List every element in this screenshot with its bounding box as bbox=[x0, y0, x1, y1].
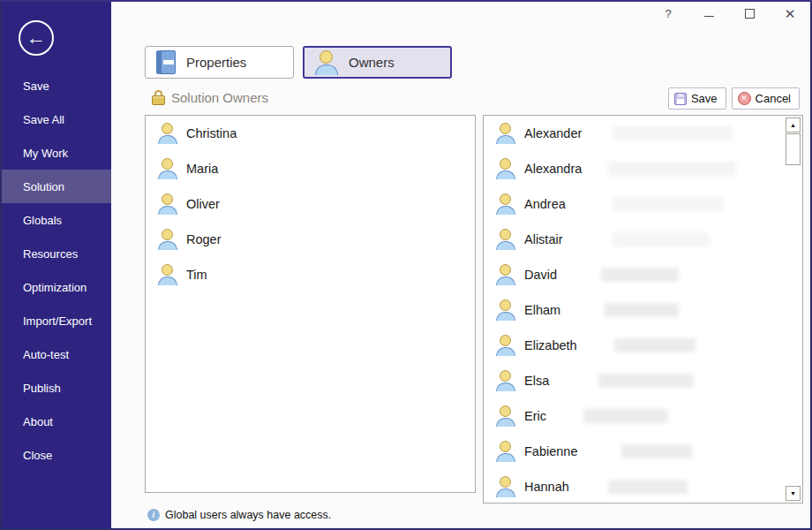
maximize-icon bbox=[745, 9, 755, 19]
user-name: Elizabeth bbox=[524, 338, 577, 352]
save-button[interactable]: Save bbox=[668, 87, 726, 110]
user-name: Fabienne bbox=[524, 444, 577, 458]
scroll-down-button[interactable]: ▼ bbox=[786, 486, 801, 501]
user-name: Elsa bbox=[524, 374, 549, 388]
sidebar-item[interactable]: Resources bbox=[2, 237, 111, 270]
user-name: Andrea bbox=[524, 197, 566, 211]
user-name: Eric bbox=[524, 409, 546, 423]
user-list-item[interactable]: Elizabeth bbox=[484, 328, 802, 363]
person-icon bbox=[158, 123, 177, 144]
redacted-surname bbox=[614, 338, 695, 352]
sidebar-item[interactable]: Save bbox=[2, 69, 111, 102]
close-button[interactable]: ✕ bbox=[770, 2, 810, 25]
person-icon bbox=[496, 335, 515, 356]
redacted-surname bbox=[608, 162, 736, 176]
sidebar-item[interactable]: Import/Export bbox=[2, 304, 111, 337]
owner-list-item[interactable]: Christina bbox=[146, 116, 475, 151]
sidebar-item[interactable]: Optimization bbox=[2, 270, 111, 304]
scroll-down-icon: ▼ bbox=[790, 490, 796, 496]
owner-list-item[interactable]: Maria bbox=[146, 151, 475, 186]
help-icon: ? bbox=[665, 7, 671, 20]
sidebar-item[interactable]: Auto-test bbox=[2, 337, 111, 371]
sidebar-menu: Save Save All My Work Solution Globals bbox=[2, 69, 111, 472]
titlebar: ? ✕ bbox=[111, 2, 810, 26]
main-content: Properties Owners Solution Owners Sav bbox=[111, 26, 810, 528]
sidebar-item[interactable]: Close bbox=[2, 438, 111, 472]
user-list-item[interactable]: Fabienne bbox=[484, 434, 802, 469]
save-button-label: Save bbox=[691, 92, 718, 105]
sidebar-item-label: Resources bbox=[23, 247, 78, 261]
minimize-icon bbox=[704, 16, 714, 17]
tab-properties[interactable]: Properties bbox=[145, 46, 294, 79]
user-name: Hannah bbox=[524, 480, 569, 494]
sidebar-item[interactable]: Publish bbox=[2, 371, 111, 405]
tab-owners[interactable]: Owners bbox=[303, 46, 452, 79]
person-icon bbox=[496, 123, 515, 144]
person-body bbox=[315, 64, 338, 75]
user-list-item[interactable]: Alexander bbox=[484, 116, 802, 151]
sidebar-item[interactable]: My Work bbox=[2, 136, 111, 170]
user-list-item[interactable]: Elsa bbox=[484, 363, 802, 398]
redacted-surname bbox=[583, 409, 668, 423]
sidebar-item-label: Close bbox=[23, 449, 52, 462]
view-tabs: Properties Owners bbox=[145, 46, 452, 79]
owner-list-item[interactable]: Tim bbox=[146, 257, 475, 292]
app-window: ? ✕ ← Save Save All bbox=[0, 0, 812, 530]
user-list-item[interactable]: Eric bbox=[484, 398, 802, 434]
person-icon bbox=[158, 193, 177, 215]
sidebar-item[interactable]: Save All bbox=[2, 102, 111, 136]
user-name: Alistair bbox=[524, 232, 563, 246]
sidebar-item-label: My Work bbox=[23, 147, 68, 160]
user-list-item[interactable]: Alistair bbox=[484, 222, 802, 257]
cancel-button-label: Cancel bbox=[756, 92, 791, 105]
scrollbar: ▲ ▼ bbox=[786, 117, 801, 501]
scroll-up-button[interactable]: ▲ bbox=[786, 117, 801, 132]
user-list-item[interactable]: David bbox=[484, 257, 802, 292]
user-list-item[interactable]: Elham bbox=[484, 292, 802, 328]
owner-name: Oliver bbox=[186, 197, 220, 211]
redacted-surname bbox=[598, 374, 694, 388]
person-icon bbox=[496, 229, 515, 250]
sidebar-item-label: Optimization bbox=[23, 281, 86, 294]
back-arrow-icon: ← bbox=[26, 28, 46, 48]
maximize-button[interactable] bbox=[729, 2, 770, 25]
person-icon bbox=[496, 476, 515, 497]
owner-list-item[interactable]: Oliver bbox=[146, 186, 475, 222]
person-icon bbox=[158, 264, 177, 285]
owner-list-item[interactable]: Roger bbox=[146, 222, 475, 257]
person-head bbox=[320, 50, 333, 64]
sidebar-item-label: Auto-test bbox=[23, 348, 69, 361]
sidebar-item[interactable]: Solution bbox=[2, 170, 111, 203]
sidebar-item[interactable]: About bbox=[2, 405, 111, 438]
owner-name: Maria bbox=[186, 162, 218, 176]
person-icon bbox=[496, 158, 515, 179]
sidebar-item-label: Solution bbox=[23, 180, 64, 193]
solution-owners-list: Christina Maria Oliver bbox=[145, 115, 476, 493]
redacted-surname bbox=[613, 197, 724, 211]
action-bar: Save ✕ Cancel bbox=[668, 87, 800, 110]
scroll-up-icon: ▲ bbox=[790, 122, 796, 128]
user-list-item[interactable]: Andrea bbox=[484, 186, 802, 222]
tab-owners-label: Owners bbox=[349, 55, 395, 70]
redacted-surname bbox=[608, 480, 688, 494]
sidebar-item[interactable]: Globals bbox=[2, 203, 111, 237]
user-name: Alexandra bbox=[524, 162, 582, 176]
back-button[interactable]: ← bbox=[19, 20, 54, 56]
lock-icon bbox=[152, 90, 165, 105]
user-list-item[interactable]: Alexandra bbox=[484, 151, 802, 186]
scrollbar-thumb[interactable] bbox=[786, 133, 801, 165]
person-icon bbox=[496, 299, 515, 321]
minimize-button[interactable] bbox=[688, 2, 729, 25]
cancel-x-icon: ✕ bbox=[738, 92, 751, 105]
redacted-surname bbox=[613, 232, 710, 246]
cancel-button[interactable]: ✕ Cancel bbox=[732, 87, 800, 110]
redacted-surname bbox=[621, 444, 692, 458]
user-name: Alexander bbox=[524, 126, 582, 140]
sidebar-item-label: Save bbox=[23, 80, 49, 93]
properties-book-icon bbox=[156, 50, 176, 74]
owner-name: Roger bbox=[186, 232, 222, 246]
help-button[interactable]: ? bbox=[648, 2, 688, 25]
user-list-item[interactable]: Hannah bbox=[484, 469, 802, 504]
redacted-surname bbox=[601, 268, 679, 282]
footer-note: i Global users always have access. bbox=[147, 509, 331, 521]
